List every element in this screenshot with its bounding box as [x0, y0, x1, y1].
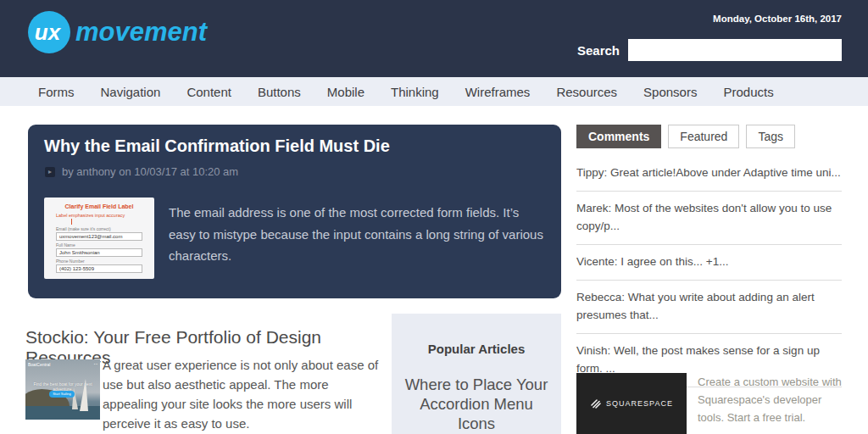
- thumb-heading: Clarify Email Field Label: [44, 203, 154, 209]
- thumb-email-label: Email (make sure it's correct): [56, 226, 142, 231]
- thumb-email-input: uxmovement123@mail.com: [56, 232, 142, 241]
- comment-item[interactable]: Marek: Most of the websites don't allow …: [576, 192, 842, 245]
- comment-list: Tippy: Great article!Above under Adaptiv…: [576, 164, 842, 387]
- nav-item-resources[interactable]: Resources: [556, 85, 617, 99]
- featured-byline-text: by anthony on 10/03/17 at 10:20 am: [62, 165, 238, 178]
- logo-circle: ux: [28, 11, 70, 53]
- sidebar-tabs: Comments Featured Tags: [576, 125, 842, 148]
- annotation-pointer-line: [71, 219, 72, 225]
- squarespace-icon: [590, 398, 602, 409]
- popular-articles-box: Popular Articles Where to Place Your Acc…: [392, 314, 561, 434]
- thumb-email-field: Email (make sure it's correct) uxmovemen…: [56, 226, 142, 241]
- tab-tags[interactable]: Tags: [746, 125, 795, 148]
- squarespace-ad-text: Create a custom website with Squarespace…: [698, 373, 849, 434]
- featured-byline: ▸ by anthony on 10/03/17 at 10:20 am: [45, 165, 238, 178]
- featured-article-card: Why the Email Confirmation Field Must Di…: [28, 125, 561, 298]
- nav-item-thinking[interactable]: Thinking: [391, 85, 439, 99]
- main-nav: Forms Navigation Content Buttons Mobile …: [0, 77, 868, 106]
- nav-item-forms[interactable]: Forms: [38, 85, 75, 99]
- thumb-phone-field: Phone Number (402) 123-5509: [56, 259, 142, 273]
- comment-item[interactable]: Rebecca: What you write about adding an …: [576, 281, 842, 334]
- popular-article-link[interactable]: Where to Place Your Accordion Menu Icons: [400, 375, 553, 433]
- nav-item-content[interactable]: Content: [186, 85, 231, 99]
- nav-item-mobile[interactable]: Mobile: [327, 85, 364, 99]
- thumb-name-field: Full Name John Smithsonian: [56, 242, 142, 257]
- search-bar: Search: [577, 39, 842, 61]
- sponsor-ad: SQUARESPACE Create a custom website with…: [576, 373, 849, 434]
- search-input[interactable]: [628, 39, 842, 61]
- ux-movement-page: ux movement Monday, October 16th, 2017 S…: [0, 0, 868, 434]
- nav-item-products[interactable]: Products: [723, 85, 773, 99]
- thumb-cta-button: Start Sailing: [49, 391, 75, 398]
- article-excerpt-stockio: A great user experience is not only abou…: [103, 355, 382, 433]
- thumb-brand-text: BoatCentral: [28, 362, 50, 367]
- thumb-menu-dots: ▪ ▪: [94, 362, 97, 366]
- squarespace-ad-box[interactable]: SQUARESPACE: [576, 373, 687, 434]
- tab-featured[interactable]: Featured: [668, 125, 739, 148]
- current-date: Monday, October 16th, 2017: [713, 14, 842, 24]
- squarespace-logo-text: SQUARESPACE: [606, 399, 673, 408]
- nav-item-navigation[interactable]: Navigation: [101, 85, 161, 99]
- logo-wordmark: movement: [75, 17, 207, 47]
- featured-article-thumbnail[interactable]: Clarify Email Field Label Label emphasiz…: [44, 198, 154, 279]
- featured-article-title[interactable]: Why the Email Confirmation Field Must Di…: [44, 136, 390, 156]
- nav-item-wireframes[interactable]: Wireframes: [465, 85, 531, 99]
- comment-item[interactable]: Tippy: Great article!Above under Adaptiv…: [576, 164, 842, 192]
- nav-item-sponsors[interactable]: Sponsors: [643, 85, 697, 99]
- site-logo[interactable]: ux movement: [28, 11, 207, 53]
- author-icon: ▸: [45, 167, 55, 177]
- article-thumbnail-stockio[interactable]: BoatCentral ▪ ▪ Find the best boat for y…: [25, 359, 100, 420]
- site-header: ux movement Monday, October 16th, 2017 S…: [0, 0, 868, 77]
- thumb-phone-label: Phone Number: [56, 259, 142, 264]
- thumb-name-input: John Smithsonian: [56, 248, 142, 257]
- nav-item-buttons[interactable]: Buttons: [258, 85, 301, 99]
- thumb-phone-input: (402) 123-5509: [56, 264, 142, 273]
- search-label: Search: [577, 43, 620, 58]
- sea-shape: [25, 406, 100, 420]
- popular-articles-heading: Popular Articles: [392, 342, 561, 356]
- thumb-name-label: Full Name: [56, 242, 142, 248]
- thumb-annotation: Label emphasizes input accuracy: [56, 213, 154, 218]
- featured-article-excerpt: The email address is one of the most cor…: [169, 202, 548, 267]
- comment-item[interactable]: Vicente: I agree on this... +1...: [576, 245, 842, 281]
- tab-comments[interactable]: Comments: [576, 125, 661, 148]
- sidebar: Comments Featured Tags Tippy: Great arti…: [576, 125, 842, 387]
